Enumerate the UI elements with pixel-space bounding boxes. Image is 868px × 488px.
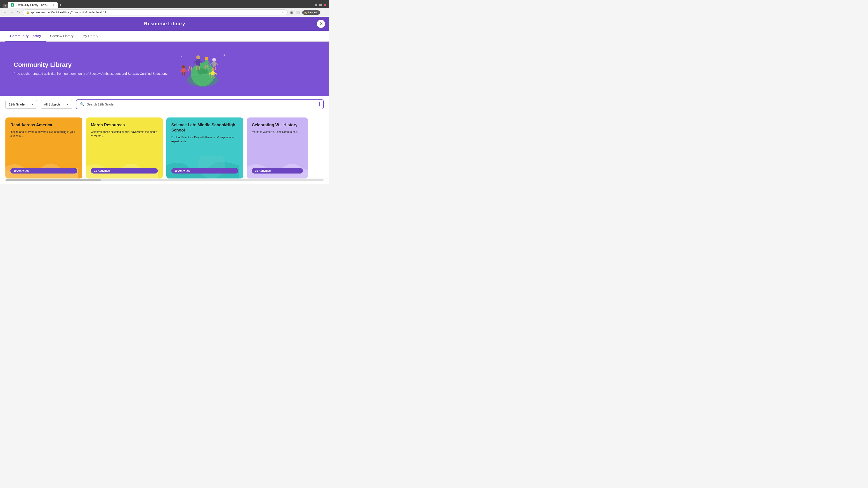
hero-illustration (168, 51, 236, 87)
activities-badge-1: 10 Activities (10, 168, 77, 173)
card-decoration-4 (247, 156, 308, 178)
tab-close-btn[interactable]: × (51, 3, 55, 7)
back-button[interactable]: ← (3, 10, 8, 15)
svg-point-24 (212, 58, 216, 61)
incognito-label: Incognito (308, 11, 318, 14)
svg-line-32 (180, 70, 182, 72)
browser-chrome: ▼ S Community Library - 12th Grad... × + (0, 0, 329, 8)
svg-rect-37 (211, 71, 215, 75)
activity-cards-container: Read Across America Inspire and cultivat… (0, 113, 329, 178)
incognito-badge: 🕵 Incognito (302, 10, 320, 15)
screenshot-button[interactable]: ⬜ (295, 10, 301, 15)
svg-point-42 (223, 55, 225, 56)
svg-line-14 (194, 61, 196, 63)
tab-title: Community Library - 12th Grad... (16, 3, 50, 6)
new-tab-button[interactable]: + (58, 2, 63, 8)
svg-line-8 (187, 63, 189, 65)
card-title-2: March Resources (91, 123, 158, 128)
svg-line-9 (192, 63, 194, 65)
svg-line-29 (215, 66, 216, 70)
activity-card-science-lab[interactable]: Science Lab: Middle School/High School E… (166, 118, 243, 178)
svg-line-11 (191, 67, 192, 70)
grade-filter-label: 12th Grade (9, 103, 29, 106)
svg-rect-19 (205, 60, 208, 66)
tabs-row: ▼ S Community Library - 12th Grad... × + (3, 2, 327, 8)
tab-switcher[interactable]: ▼ (3, 4, 8, 8)
hero-text-block: Community Library Free teacher-created a… (13, 61, 168, 76)
browser-toolbar: ← → ↻ 🔒 app.seesaw.me/#/activities/libra… (0, 8, 329, 17)
card-decoration-2 (86, 156, 158, 178)
svg-point-12 (196, 55, 200, 59)
card-title-4: Celebrating W... History (252, 123, 303, 128)
subjects-filter[interactable]: All Subjects ▼ (41, 100, 72, 109)
menu-button[interactable]: ⋮ (321, 10, 327, 15)
minimize-button[interactable] (315, 4, 317, 6)
extensions-button[interactable]: ⊞ (289, 10, 294, 15)
filters-row: 12th Grade ▼ All Subjects ▼ 🔍 (0, 96, 329, 113)
people-globe-svg (168, 51, 236, 87)
card-title-3: Science Lab: Middle School/High School (171, 123, 238, 133)
tab-favicon: S (11, 3, 14, 6)
resource-library-title: Resource Library (144, 21, 185, 27)
svg-line-39 (215, 72, 217, 74)
grade-chevron-icon: ▼ (31, 103, 34, 106)
svg-point-43 (181, 56, 182, 57)
svg-line-33 (185, 70, 187, 72)
svg-point-6 (188, 58, 192, 62)
scrollbar-container (0, 180, 329, 184)
incognito-icon: 🕵 (304, 11, 307, 14)
svg-line-34 (182, 72, 183, 75)
svg-point-18 (205, 57, 209, 60)
window-controls (315, 4, 327, 6)
card-decoration-3 (166, 156, 239, 178)
search-icon: 🔍 (80, 102, 85, 106)
lock-icon: 🔒 (26, 11, 29, 14)
activity-card-celebrating-womens-history[interactable]: Celebrating W... History March is Women'… (247, 118, 308, 178)
svg-rect-7 (189, 62, 192, 67)
toolbar-icons: ⊞ ⬜ 🕵 Incognito ⋮ (289, 10, 327, 15)
card-decoration-1 (5, 156, 78, 178)
tab-seesaw-library[interactable]: Seesaw Library (46, 31, 78, 41)
svg-rect-13 (196, 59, 200, 66)
hero-title: Community Library (13, 61, 168, 68)
card-title-1: Read Across America (10, 123, 77, 128)
search-cursor (319, 102, 320, 106)
activity-card-march-resources[interactable]: March Resources Celebrate these selected… (86, 118, 163, 178)
bookmark-icon[interactable]: ☆ (282, 11, 284, 14)
address-bar[interactable]: 🔒 app.seesaw.me/#/activities/library?com… (23, 9, 287, 15)
subjects-chevron-icon: ▼ (66, 103, 69, 106)
svg-line-35 (184, 72, 185, 75)
close-window-button[interactable] (324, 4, 327, 6)
svg-line-27 (216, 63, 217, 65)
hero-description: Free teacher-created activities from our… (13, 71, 168, 76)
search-input[interactable] (87, 103, 317, 106)
app-header: Resource Library ✕ (0, 17, 329, 31)
refresh-button[interactable]: ↻ (16, 10, 21, 15)
forward-button[interactable]: → (9, 10, 14, 15)
svg-rect-25 (213, 61, 216, 66)
svg-point-30 (182, 65, 185, 68)
search-box[interactable]: 🔍 (76, 99, 324, 109)
tab-my-library[interactable]: My Library (78, 31, 103, 41)
svg-line-21 (208, 62, 210, 64)
svg-point-36 (211, 68, 215, 71)
tab-community-library[interactable]: Community Library (5, 31, 46, 41)
svg-line-26 (211, 63, 213, 65)
activities-badge-3: 10 Activities (171, 168, 238, 173)
grade-filter[interactable]: 12th Grade ▼ (5, 100, 37, 109)
activities-badge-4: 10 Activities (252, 168, 303, 173)
horizontal-scrollbar-thumb[interactable] (5, 180, 101, 181)
subjects-filter-label: All Subjects (44, 103, 64, 106)
svg-line-10 (189, 67, 189, 70)
hero-banner: Community Library Free teacher-created a… (0, 41, 329, 96)
svg-point-44 (221, 61, 222, 62)
address-text: app.seesaw.me/#/activities/library?commu… (31, 11, 280, 14)
browser-tab-active[interactable]: S Community Library - 12th Grad... × (8, 2, 58, 8)
library-tabs-nav: Community Library Seesaw Library My Libr… (0, 31, 329, 41)
close-dialog-button[interactable]: ✕ (317, 20, 325, 28)
restore-button[interactable] (319, 4, 322, 6)
horizontal-scrollbar-track[interactable] (5, 180, 324, 181)
activities-badge-2: 19 Activities (91, 168, 158, 173)
activity-card-read-across-america[interactable]: Read Across America Inspire and cultivat… (5, 118, 82, 178)
svg-rect-31 (182, 68, 185, 72)
